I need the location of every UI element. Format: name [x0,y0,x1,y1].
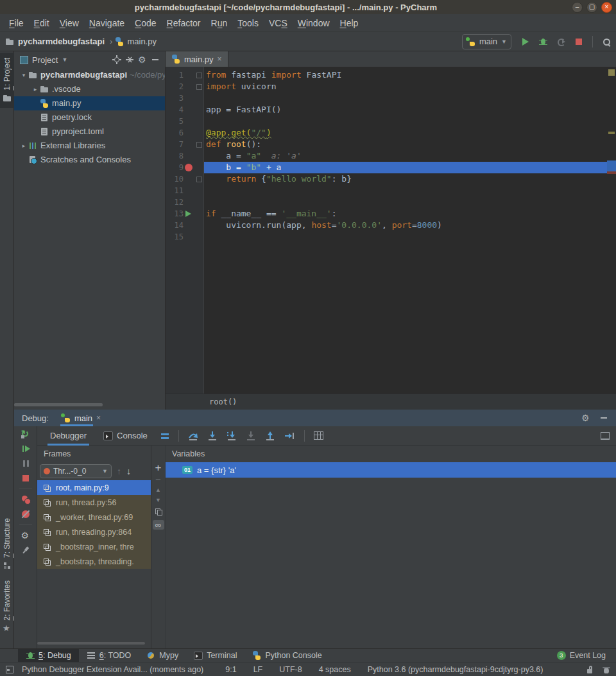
view-breakpoints-icon[interactable] [21,495,30,504]
variable-row[interactable]: 01a = {str} 'a' [166,462,616,478]
line-number[interactable]: 14 [166,220,184,231]
code-line-15[interactable] [204,231,607,243]
code-line-2[interactable]: import uvicorn [204,81,607,92]
menu-item-edit[interactable]: Edit [29,14,55,32]
menu-item-navigate[interactable]: Navigate [84,14,130,32]
line-number[interactable]: 9 [166,162,184,173]
project-panel-title[interactable]: Project [32,55,58,65]
mute-breakpoints-icon[interactable] [21,510,30,519]
toolwindow-button-python-console[interactable]: Python Console [244,649,329,662]
menu-item-tools[interactable]: Tools [232,14,264,32]
toolwindow-button-mypy[interactable]: Mypy [139,649,186,662]
code-line-9[interactable]: b = "b" + a [204,162,607,173]
stripe-button-structure[interactable]: 7: Structure [0,513,14,575]
maximize-button-icon[interactable]: ▢ [586,2,597,13]
toolwindow-button-6-todo[interactable]: 6: TODO [79,649,139,662]
step-out-icon[interactable] [265,431,275,440]
collapse-all-icon[interactable] [125,55,134,64]
move-watch-up-icon[interactable]: ▲ [155,487,161,493]
force-step-into-icon[interactable] [227,431,237,440]
line-number[interactable]: 5 [166,116,184,127]
duplicate-watch-icon[interactable] [154,507,163,516]
inspection-indicator-icon[interactable] [608,69,615,76]
move-watch-down-icon[interactable]: ▼ [155,497,161,503]
next-frame-icon[interactable]: ↓ [126,466,131,476]
fold-icon[interactable] [196,142,202,148]
status-item-9-1[interactable]: 9:1 [225,665,236,674]
editor-tab-main-py[interactable]: main.py × [166,51,228,67]
thread-selector[interactable]: Thr...-0_0 ▼ [40,464,112,478]
menu-item-vcs[interactable]: VCS [264,14,293,32]
project-horizontal-scrollbar[interactable] [14,403,103,406]
code-line-7[interactable]: def root(): [204,139,607,150]
toolwindow-button-5-debug[interactable]: 5: Debug [18,649,79,662]
execution-line-mark[interactable] [607,160,616,172]
debug-button-icon[interactable] [538,37,547,46]
coverage-button-icon[interactable] [556,37,565,46]
fold-icon[interactable] [196,73,202,78]
code-line-13[interactable]: if __name__ == '__main__': [204,208,607,220]
code-line-8[interactable]: a = "a" a: 'a' [204,150,607,162]
line-number[interactable]: 1 [166,69,184,81]
collapsed-arrow-icon[interactable]: ▸ [19,139,28,153]
locate-file-icon[interactable] [112,55,121,64]
code-line-14[interactable]: uvicorn.run(app, host='0.0.0.0', port=80… [204,220,607,231]
pin-tab-icon[interactable] [19,544,32,557]
tree-item-main-py[interactable]: main.py [14,96,165,110]
frame-run-thread-py-56[interactable]: run, thread.py:56 [37,495,151,510]
code-line-3[interactable] [204,92,607,104]
fold-icon[interactable] [196,177,202,182]
lock-icon[interactable] [585,665,594,674]
menu-item-view[interactable]: View [55,14,84,32]
run-to-cursor-icon[interactable] [284,431,295,440]
screen-layout-icon[interactable] [601,432,610,440]
frame-worker-thread-py-69[interactable]: _worker, thread.py:69 [37,510,151,524]
hector-inspections-icon[interactable] [602,665,611,674]
status-item-python-3-6-pycharmdebugf[interactable]: Python 3.6 (pycharmdebugfastapi-9cdjtyrg… [368,665,543,674]
layout-menu-icon[interactable] [160,431,169,440]
menu-item-code[interactable]: Code [130,14,161,32]
menu-item-window[interactable]: Window [293,14,335,32]
toggle-tool-windows-icon[interactable] [5,665,14,674]
close-button-icon[interactable]: × [601,2,612,13]
line-number[interactable]: 12 [166,196,184,208]
gear-icon[interactable]: ⚙ [581,413,590,422]
code-line-4[interactable]: app = FastAPI() [204,104,607,116]
frames-horizontal-scrollbar[interactable] [37,642,145,645]
resume-program-icon[interactable] [21,444,30,453]
editor-breadcrumb[interactable]: root() [166,394,616,410]
frame-bootstrap-inner-thre[interactable]: _bootstrap_inner, thre [37,539,151,554]
line-number[interactable]: 4 [166,104,184,116]
code-line-11[interactable] [204,185,607,196]
step-into-icon[interactable] [207,431,218,440]
stripe-button-favorites[interactable]: 2: Favorites★ [0,575,14,638]
toolwindow-button-terminal[interactable]: Terminal [186,649,244,662]
code-line-1[interactable]: from fastapi import FastAPI [204,69,607,81]
status-item-lf[interactable]: LF [253,665,263,674]
gear-icon[interactable]: ⚙ [138,55,147,64]
stop-icon[interactable] [21,474,30,483]
menu-item-run[interactable]: Run [206,14,233,32]
evaluate-layout-grid-icon[interactable] [314,431,323,440]
debug-settings-gear-icon[interactable]: ⚙ [21,531,30,540]
line-number[interactable]: 2 [166,81,184,92]
step-out-of-block-icon[interactable] [246,431,256,440]
search-everywhere-icon[interactable] [602,37,611,46]
tab-console[interactable]: Console [99,426,151,446]
line-number[interactable]: 8 [166,150,184,162]
run-configuration-select[interactable]: main ▼ [462,34,511,49]
menu-item-help[interactable]: Help [335,14,364,32]
event-log-button[interactable]: 3 Event Log [557,649,606,662]
line-number[interactable]: 7 [166,139,184,150]
chevron-down-icon[interactable]: ▼ [62,56,67,63]
add-watch-icon[interactable]: + [155,464,162,472]
expanded-arrow-icon[interactable]: ▾ [19,68,28,82]
remove-watch-icon[interactable]: − [155,476,161,483]
debug-session-tab[interactable]: main × [60,410,102,426]
line-number[interactable]: 3 [166,92,184,104]
run-button-icon[interactable] [520,37,529,46]
fold-icon[interactable] [196,84,202,90]
tree-item-pycharmdebugfastapi[interactable]: ▾pycharmdebugfastapi ~/code/pycharmdebug… [14,68,165,82]
breakpoint-mark[interactable] [607,171,616,174]
pause-program-icon[interactable] [21,459,30,468]
